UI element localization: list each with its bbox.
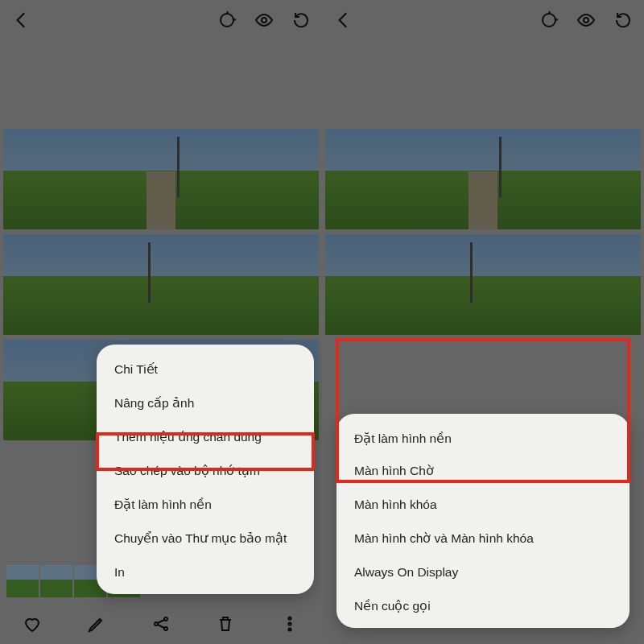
- svg-line-5: [158, 620, 164, 623]
- svg-point-10: [543, 14, 555, 27]
- trash-icon[interactable]: [216, 614, 235, 634]
- svg-point-4: [164, 627, 167, 630]
- rotate-icon[interactable]: [613, 10, 633, 30]
- menu-item-portrait[interactable]: Thêm hiệu ứng chân dung: [97, 420, 314, 454]
- ai-icon[interactable]: [217, 10, 237, 30]
- menu-item-home[interactable]: Màn hình Chờ: [336, 454, 630, 488]
- svg-point-11: [584, 18, 588, 23]
- edit-icon[interactable]: [87, 614, 106, 634]
- photo-thumbnail[interactable]: [3, 234, 319, 335]
- photo-thumbnail[interactable]: [3, 129, 319, 229]
- bottombar: [0, 604, 322, 644]
- context-menu: Chi Tiết Nâng cấp ảnh Thêm hiệu ứng chân…: [97, 345, 314, 594]
- photo-thumbnail[interactable]: [325, 234, 641, 335]
- svg-point-7: [288, 617, 291, 619]
- svg-point-3: [164, 617, 167, 621]
- heart-icon[interactable]: [23, 614, 42, 634]
- phone-right: Đặt làm hình nền Màn hình Chờ Màn hình k…: [322, 0, 644, 644]
- rotate-icon[interactable]: [291, 10, 311, 30]
- menu-item-call-bg[interactable]: Nền cuộc gọi: [336, 589, 630, 623]
- svg-point-8: [288, 622, 291, 625]
- menu-item-secure-folder[interactable]: Chuyển vào Thư mục bảo mật: [97, 522, 314, 555]
- svg-point-9: [288, 628, 291, 630]
- phone-left: Chi Tiết Nâng cấp ảnh Thêm hiệu ứng chân…: [0, 0, 322, 644]
- ai-icon[interactable]: [539, 10, 559, 30]
- topbar: [322, 0, 644, 40]
- wallpaper-menu: Đặt làm hình nền Màn hình Chờ Màn hình k…: [336, 414, 630, 628]
- menu-item-details[interactable]: Chi Tiết: [97, 353, 314, 386]
- thumbnail[interactable]: [6, 565, 39, 597]
- menu-item-print[interactable]: In: [97, 555, 314, 589]
- menu-item-lock[interactable]: Màn hình khóa: [336, 488, 630, 522]
- svg-line-6: [158, 625, 164, 628]
- thumbnail[interactable]: [40, 565, 72, 597]
- photo-thumbnail[interactable]: [325, 129, 641, 229]
- share-icon[interactable]: [151, 614, 171, 634]
- menu-item-copy[interactable]: Sao chép vào bộ nhớ tạm: [97, 454, 314, 488]
- menu-item-enhance[interactable]: Nâng cấp ảnh: [97, 386, 314, 420]
- back-icon[interactable]: [333, 10, 354, 31]
- menu-item-home-lock[interactable]: Màn hình chờ và Màn hình khóa: [336, 522, 630, 555]
- svg-point-1: [262, 18, 266, 23]
- menu-item-aod[interactable]: Always On Display: [336, 555, 630, 589]
- topbar: [0, 0, 322, 40]
- menu-header: Đặt làm hình nền: [336, 422, 630, 454]
- more-icon[interactable]: [280, 614, 299, 634]
- svg-point-2: [155, 622, 158, 625]
- gallery-preview: [325, 129, 641, 340]
- svg-point-0: [221, 14, 233, 27]
- eye-icon[interactable]: [254, 10, 274, 30]
- eye-icon[interactable]: [576, 10, 596, 30]
- back-icon[interactable]: [11, 10, 32, 31]
- menu-item-wallpaper[interactable]: Đặt làm hình nền: [97, 488, 314, 522]
